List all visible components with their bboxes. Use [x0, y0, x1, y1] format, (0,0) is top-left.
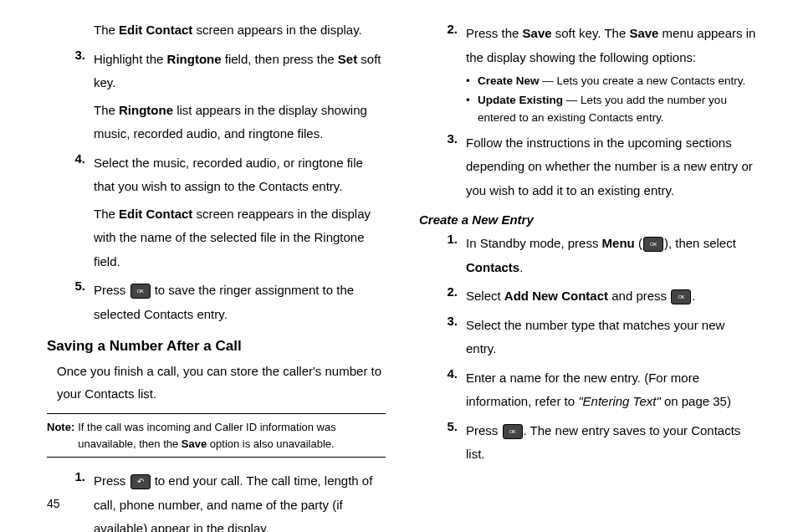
text-bold: Save — [182, 437, 207, 450]
step-text: Select the music, recorded audio, or rin… — [94, 151, 386, 199]
step-3-continuation: The Ringtone list appears in the display… — [94, 99, 386, 146]
ok-key-icon — [130, 284, 151, 299]
text-bold: Create New — [478, 74, 540, 87]
bullet-text: Create New — Lets you create a new Conta… — [478, 73, 758, 90]
bullet-marker: • — [466, 92, 478, 126]
step-text: Press to save the ringer assignment to t… — [94, 279, 386, 326]
text: The — [94, 207, 119, 221]
create-step-3: 3. Select the number type that matches y… — [419, 314, 758, 361]
text: The — [94, 103, 119, 117]
step-5: 5. Press to save the ringer assignment t… — [47, 279, 386, 326]
create-step-2: 2. Select Add New Contact and press . — [419, 284, 758, 309]
create-step-5: 5. Press . The new entry saves to your C… — [419, 419, 758, 467]
text: ( — [635, 236, 642, 250]
bullet-text: Update Existing — Lets you add the numbe… — [478, 92, 758, 126]
text-bold: Menu — [602, 236, 635, 250]
text: screen appears in the display. — [192, 23, 361, 37]
text-bold: Ringtone — [119, 103, 173, 117]
text: Press — [466, 423, 502, 437]
bullet-marker: • — [466, 73, 478, 90]
step-4: 4. Select the music, recorded audio, or … — [47, 151, 386, 199]
ok-key-icon — [671, 289, 691, 304]
text-bold: Save — [629, 26, 658, 40]
step-number: 5. — [419, 419, 466, 467]
text: Press — [94, 473, 130, 488]
text-italic: "Entering Text" — [578, 394, 660, 408]
end-call-key-icon — [130, 474, 151, 489]
step-text: Highlight the Ringtone field, then press… — [94, 48, 386, 95]
step-number: 3. — [419, 131, 466, 203]
text: . — [519, 260, 523, 274]
step-number: 1. — [419, 232, 466, 279]
text-bold: Edit Contact — [119, 207, 192, 221]
heading-saving-number: Saving a Number After a Call — [47, 338, 386, 355]
note-block: Note: If the call was incoming and Calle… — [47, 413, 386, 458]
step-number: 2. — [419, 22, 466, 69]
step-text: In Standby mode, press Menu (), then sel… — [466, 232, 758, 279]
text: The — [94, 23, 119, 37]
text: Press the — [466, 26, 523, 40]
bullet-create-new: • Create New — Lets you create a new Con… — [466, 73, 758, 90]
columns: The Edit Contact screen appears in the d… — [47, 17, 758, 532]
text: ), then select — [664, 236, 736, 250]
heading-create-new-entry: Create a New Entry — [419, 212, 758, 227]
step-number: 3. — [47, 48, 94, 95]
text-bold: Contacts — [466, 260, 519, 274]
step-text: Enter a name for the new entry. (For mor… — [466, 366, 758, 414]
step-1-end-call: 1. Press to end your call. The call time… — [47, 469, 386, 532]
text: . — [692, 289, 695, 303]
text: Press — [94, 283, 130, 297]
left-column: The Edit Contact screen appears in the d… — [47, 17, 386, 532]
step-2-save: 2. Press the Save soft key. The Save men… — [419, 22, 758, 69]
step-number: 4. — [419, 366, 466, 414]
text: option is also unavailable. — [207, 437, 335, 450]
text: Select — [466, 289, 504, 303]
text: soft key. The — [552, 26, 630, 40]
right-column: 2. Press the Save soft key. The Save men… — [419, 17, 758, 532]
text-bold: Update Existing — [478, 94, 563, 106]
text-bold: Set — [338, 52, 357, 66]
step-3-follow: 3. Follow the instructions in the upcomi… — [419, 131, 758, 203]
bullet-update-existing: • Update Existing — Lets you add the num… — [466, 92, 758, 126]
text: Highlight the — [94, 52, 167, 66]
step-text: Select the number type that matches your… — [466, 314, 758, 361]
step-4-continuation: The Edit Contact screen reappears in the… — [94, 202, 386, 274]
text-bold: Ringtone — [167, 52, 222, 66]
text-bold: Save — [523, 26, 552, 40]
intro-text: Once you finish a call, you can store th… — [57, 360, 386, 405]
note-text: If the call was incoming and Caller ID i… — [78, 419, 386, 452]
text-bold: Add New Contact — [504, 289, 608, 303]
ok-key-icon — [503, 424, 523, 439]
step-text: Press the Save soft key. The Save menu a… — [466, 22, 758, 69]
note-label: Note: — [47, 419, 78, 452]
ok-key-icon — [643, 237, 663, 252]
text-bold: Edit Contact — [119, 23, 192, 37]
text: In Standby mode, press — [466, 236, 602, 250]
step-number: 2. — [419, 284, 466, 309]
create-step-1: 1. In Standby mode, press Menu (), then … — [419, 232, 758, 279]
note-body: Note: If the call was incoming and Calle… — [47, 419, 386, 452]
text: and press — [608, 289, 670, 303]
create-step-4: 4. Enter a name for the new entry. (For … — [419, 366, 758, 414]
page-number: 45 — [47, 497, 60, 510]
text: on page 35) — [661, 394, 731, 408]
step-text: Follow the instructions in the upcoming … — [466, 131, 758, 203]
paragraph-edit-contact: The Edit Contact screen appears in the d… — [94, 18, 386, 43]
step-number: 4. — [47, 151, 94, 199]
step-number: 5. — [47, 279, 94, 326]
step-text: Press . The new entry saves to your Cont… — [466, 419, 758, 467]
step-number: 3. — [419, 314, 466, 361]
step-text: Press to end your call. The call time, l… — [94, 469, 386, 532]
page: The Edit Contact screen appears in the d… — [0, 0, 798, 532]
step-3: 3. Highlight the Ringtone field, then pr… — [47, 48, 386, 95]
text: — Lets you create a new Contacts entry. — [540, 74, 746, 87]
text: field, then press the — [222, 52, 338, 66]
step-text: Select Add New Contact and press . — [466, 284, 758, 309]
